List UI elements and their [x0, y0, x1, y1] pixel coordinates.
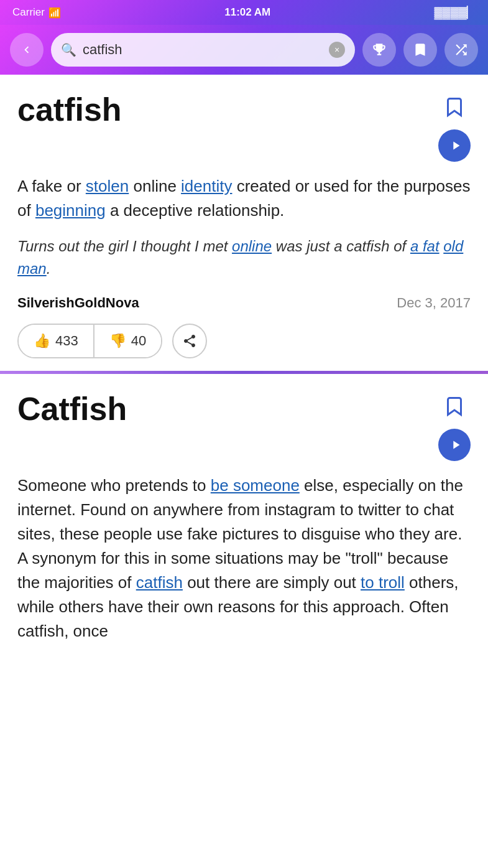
search-input[interactable] [83, 42, 323, 58]
upvote-count-1: 433 [55, 333, 78, 349]
downvote-button-1[interactable]: 👎 40 [94, 325, 161, 357]
entry-1-definition: A fake or stolen online identity created… [17, 174, 471, 223]
search-bar: 🔍 × [51, 33, 355, 67]
battery-icon: ▓▓▓▓▏ [435, 6, 476, 19]
entry-2-definition: Someone who pretends to be someone else,… [17, 474, 471, 643]
nav-bar: 🔍 × [0, 25, 488, 75]
entry-1-date: Dec 3, 2017 [397, 295, 471, 311]
play-icon [449, 139, 463, 152]
carrier-text: Carrier 📶 [12, 6, 61, 19]
bookmark-nav-button[interactable] [403, 33, 437, 67]
play-icon-2 [449, 438, 463, 452]
entry-2-actions [438, 391, 471, 461]
entry-1: catfish A fake or stolen online identity… [0, 75, 488, 371]
entry-1-meta: SilverishGoldNova Dec 3, 2017 [17, 295, 471, 311]
link-online[interactable]: online [232, 238, 272, 254]
upvote-button-1[interactable]: 👍 433 [19, 325, 94, 357]
bookmark-nav-icon [412, 42, 428, 58]
chevron-left-icon [20, 43, 34, 57]
share-button-1[interactable] [172, 324, 207, 358]
thumbs-down-icon: 👎 [109, 333, 126, 349]
back-button[interactable] [10, 33, 44, 67]
entry-1-header: catfish [17, 92, 471, 162]
status-time: 11:02 AM [224, 6, 270, 19]
trophy-icon [371, 42, 387, 58]
bookmark-outline-icon-2 [443, 394, 466, 419]
entry-2: Catfish Someone who pretends to be someo… [0, 374, 488, 668]
entry-2-header: Catfish [17, 391, 471, 461]
content-area: catfish A fake or stolen online identity… [0, 75, 488, 668]
link-stolen[interactable]: stolen [86, 177, 129, 195]
entry-1-example: Turns out the girl I thought I met onlin… [17, 235, 471, 280]
entry-2-word: Catfish [17, 391, 127, 427]
play-button-1[interactable] [438, 129, 471, 162]
link-identity[interactable]: identity [181, 177, 232, 195]
search-icon: 🔍 [61, 42, 76, 57]
bookmark-outline-icon [443, 95, 466, 119]
carrier-label: Carrier [12, 6, 45, 19]
trophy-button[interactable] [362, 33, 396, 67]
entry-1-actions [438, 92, 471, 162]
shuffle-button[interactable] [444, 33, 478, 67]
entry-1-author: SilverishGoldNova [17, 295, 139, 311]
play-button-2[interactable] [438, 429, 471, 461]
bookmark-button-1[interactable] [443, 95, 466, 124]
shuffle-icon [453, 42, 469, 58]
link-beginning[interactable]: beginning [35, 201, 106, 220]
link-to-troll[interactable]: to troll [361, 573, 405, 592]
entry-1-votes: 👍 433 👎 40 [17, 324, 471, 358]
vote-group-1: 👍 433 👎 40 [17, 324, 162, 358]
link-be-someone[interactable]: be someone [211, 476, 300, 495]
link-a-fat[interactable]: a fat [410, 238, 440, 254]
thumbs-up-icon: 👍 [34, 333, 50, 349]
share-icon [182, 334, 197, 348]
downvote-count-1: 40 [131, 333, 146, 349]
status-bar: Carrier 📶 11:02 AM ▓▓▓▓▏ [0, 0, 488, 25]
search-clear-button[interactable]: × [329, 42, 345, 58]
bookmark-button-2[interactable] [443, 394, 466, 424]
entry-1-word: catfish [17, 92, 122, 128]
wifi-icon: 📶 [48, 7, 61, 19]
link-catfish[interactable]: catfish [136, 573, 183, 592]
